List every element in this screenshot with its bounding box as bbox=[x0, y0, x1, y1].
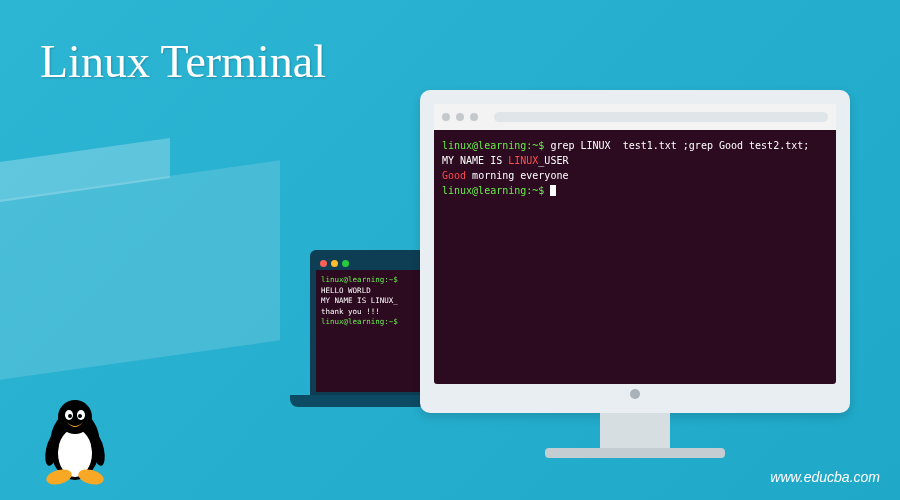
close-icon bbox=[320, 260, 327, 267]
monitor-screen: linux@learning:~$ grep LINUX test1.txt ;… bbox=[434, 104, 836, 384]
monitor-stand bbox=[600, 413, 670, 448]
minimize-icon bbox=[331, 260, 338, 267]
monitor-base bbox=[545, 448, 725, 458]
terminal-prompt: linux@learning:~$ bbox=[442, 140, 544, 151]
svg-point-6 bbox=[78, 414, 82, 418]
terminal-output-text: MY NAME IS bbox=[442, 155, 508, 166]
page-title: Linux Terminal bbox=[40, 35, 326, 88]
monitor-power-button-icon bbox=[630, 389, 640, 399]
window-control-icon bbox=[456, 113, 464, 121]
terminal-output-text: morning everyone bbox=[466, 170, 568, 181]
terminal-prompt: linux@learning:~$ bbox=[442, 185, 550, 196]
terminal-command: grep LINUX test1.txt ;grep Good test2.tx… bbox=[544, 140, 809, 151]
window-control-icon bbox=[442, 113, 450, 121]
browser-titlebar bbox=[434, 104, 836, 130]
terminal-cursor-icon bbox=[550, 185, 556, 196]
monitor-terminal: linux@learning:~$ grep LINUX test1.txt ;… bbox=[434, 130, 836, 384]
grep-match-highlight: Good bbox=[442, 170, 466, 181]
monitor-frame: linux@learning:~$ grep LINUX test1.txt ;… bbox=[420, 90, 850, 413]
tux-penguin-icon bbox=[35, 395, 115, 485]
terminal-output-text: _USER bbox=[538, 155, 568, 166]
maximize-icon bbox=[342, 260, 349, 267]
svg-point-5 bbox=[68, 414, 72, 418]
terminal-prompt: linux@learning:~$ bbox=[321, 317, 398, 326]
browser-url-bar bbox=[494, 112, 828, 122]
grep-match-highlight: LINUX bbox=[508, 155, 538, 166]
monitor-illustration: linux@learning:~$ grep LINUX test1.txt ;… bbox=[420, 90, 850, 458]
website-url: www.educba.com bbox=[770, 469, 880, 485]
svg-point-2 bbox=[58, 400, 92, 434]
window-control-icon bbox=[470, 113, 478, 121]
terminal-prompt: linux@learning:~$ bbox=[321, 275, 398, 284]
